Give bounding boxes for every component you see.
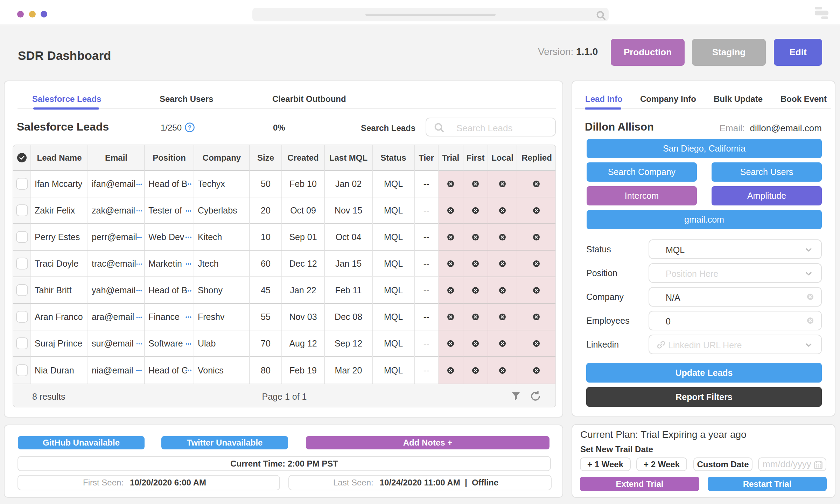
svg-text:?: ? bbox=[188, 124, 191, 131]
